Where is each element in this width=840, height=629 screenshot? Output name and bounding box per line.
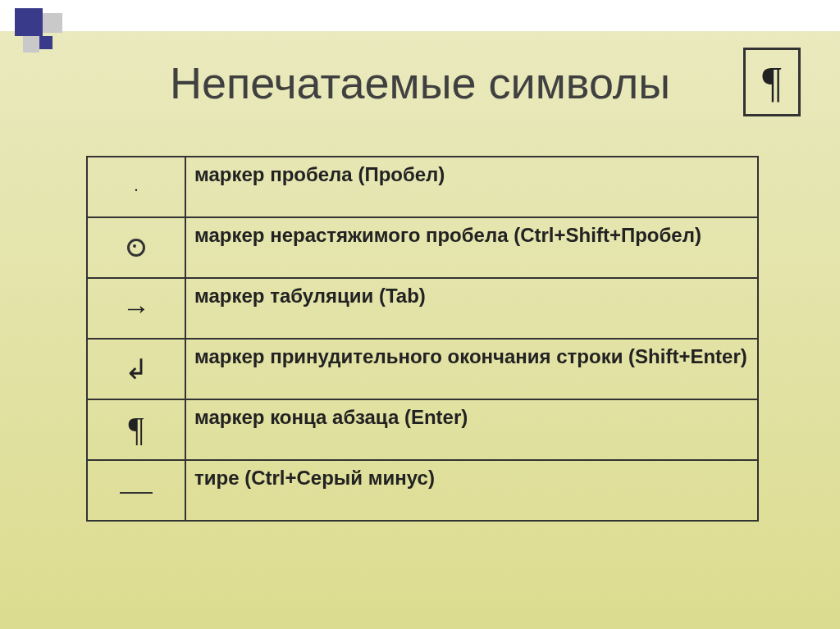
nbsp-marker-icon — [127, 239, 145, 257]
space-marker-icon: · — [135, 181, 139, 199]
description-cell: маркер пробела (Пробел) — [185, 157, 758, 217]
symbol-cell — [87, 217, 185, 278]
description-cell: маркер нерастяжимого пробела (Ctrl+Shift… — [185, 217, 758, 278]
pilcrow-icon: ¶ — [762, 58, 782, 107]
table-row: маркер нерастяжимого пробела (Ctrl+Shift… — [87, 217, 758, 278]
table-row: тире (Ctrl+Серый минус) — [87, 460, 758, 521]
top-bar — [0, 0, 840, 31]
symbol-cell: ¶ — [87, 399, 185, 460]
table-row: · маркер пробела (Пробел) — [87, 157, 758, 217]
slide-title: Непечатаемые символы — [170, 58, 670, 107]
slide: Непечатаемые символы ¶ · маркер пробела … — [0, 0, 840, 629]
description-cell: тире (Ctrl+Серый минус) — [185, 460, 758, 521]
pilcrow-badge: ¶ — [743, 48, 801, 116]
symbol-cell: ↲ — [87, 339, 185, 399]
tab-marker-icon: → — [122, 293, 150, 323]
description-cell: маркер конца абзаца (Enter) — [185, 399, 758, 460]
line-break-marker-icon: ↲ — [125, 354, 148, 385]
decorative-squares — [15, 8, 72, 53]
description-cell: маркер принудительного окончания строки … — [185, 339, 758, 399]
table-row: ¶ маркер конца абзаца (Enter) — [87, 399, 758, 460]
description-cell: маркер табуляции (Tab) — [185, 278, 758, 339]
symbols-table: · маркер пробела (Пробел) маркер нерастя… — [86, 156, 759, 522]
symbol-cell: · — [87, 157, 185, 217]
symbol-cell: → — [87, 278, 185, 339]
table-row: → маркер табуляции (Tab) — [87, 278, 758, 339]
symbol-cell — [87, 460, 185, 521]
dash-marker-icon — [120, 492, 153, 494]
paragraph-marker-icon: ¶ — [128, 411, 144, 449]
table-row: ↲ маркер принудительного окончания строк… — [87, 339, 758, 399]
